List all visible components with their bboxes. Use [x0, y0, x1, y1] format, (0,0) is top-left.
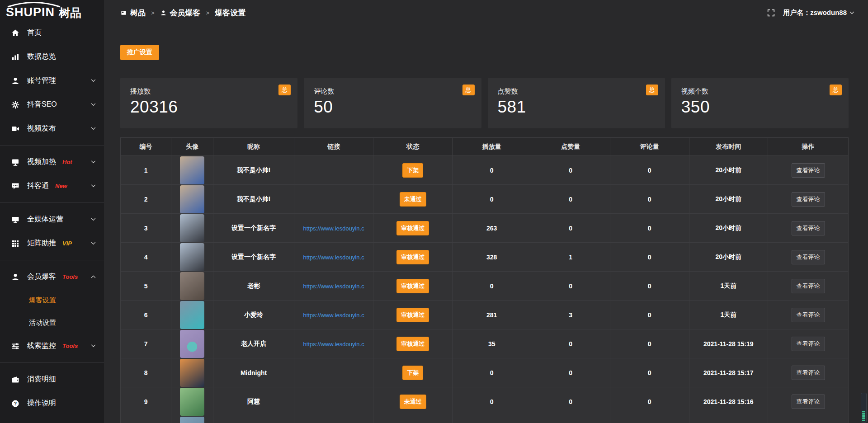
view-comments-button[interactable]: 查看评论 [792, 250, 825, 264]
cell-comments: 0 [610, 358, 689, 387]
sidebar-nav: 首页数据总览账号管理抖音SEO视频发布视频加热Hot抖客通New全媒体运营矩阵助… [0, 20, 104, 415]
cell-plays: 35 [452, 329, 531, 358]
view-comments-button[interactable]: 查看评论 [792, 192, 825, 207]
avatar [180, 388, 204, 416]
sidebar-item-label: 矩阵助推 [27, 239, 56, 248]
logo-text-cn: 树品 [59, 7, 81, 19]
cell-nickname: 我不是小帅! [213, 185, 294, 214]
view-comments-button[interactable]: 查看评论 [792, 279, 825, 293]
cell-status: 审核通过 [373, 329, 453, 358]
breadcrumb-item[interactable]: 树品 [120, 8, 146, 18]
sidebar-item[interactable]: ?操作说明 [0, 391, 104, 415]
sidebar-item[interactable]: 首页 [0, 21, 104, 45]
cell-nickname: 设置一个新名字 [213, 214, 294, 243]
promo-settings-button[interactable]: 推广设置 [120, 45, 159, 60]
cell-comments: 0 [610, 214, 689, 243]
view-comments-button[interactable]: 查看评论 [792, 308, 825, 322]
link-url[interactable]: https://www.iesdouyin.c [303, 225, 364, 232]
cell-avatar [171, 243, 213, 272]
cell-plays: 328 [452, 243, 531, 272]
cell-link: https://www.iesdouyin.c [294, 272, 373, 301]
cell-comments: 0 [610, 301, 689, 329]
sidebar-item[interactable]: 视频发布 [0, 117, 104, 141]
sidebar-item-label: 抖音SEO [27, 100, 57, 109]
cell-comments: 0 [610, 329, 689, 358]
user-icon [11, 76, 20, 85]
chevron-up-icon [91, 275, 96, 278]
stat-card-value: 350 [681, 98, 839, 117]
sidebar-item-label: 全媒体运营 [27, 215, 63, 224]
floating-widget[interactable] [861, 393, 867, 423]
link-url[interactable]: https://www.iesdouyin.c [303, 254, 364, 261]
stat-card-label: 评论数 [314, 87, 471, 96]
cell-action: 查看评论 [768, 243, 849, 272]
wallet-icon [11, 375, 20, 384]
heat-icon [11, 158, 20, 167]
sidebar-item[interactable]: 数据总览 [0, 45, 104, 69]
status-badge: 审核通过 [396, 337, 429, 351]
cell-id: 8 [121, 358, 171, 387]
cell-likes: 1 [531, 243, 610, 272]
sidebar-item-label: 视频发布 [27, 124, 56, 133]
cell-likes: 0 [531, 329, 610, 358]
link-url[interactable]: https://www.iesdouyin.c [303, 312, 364, 319]
stat-card: 视频个数350总 [671, 78, 849, 128]
chevron-down-icon [91, 218, 96, 221]
cell-nickname: 小爱玲 [213, 301, 294, 329]
cell-plays: 0 [452, 156, 531, 185]
table-row: 4设置一个新名字https://www.iesdouyin.c审核通过32810… [121, 243, 849, 272]
sidebar-subitem[interactable]: 爆客设置 [0, 289, 104, 311]
cell-time: 2021-11-28 15:19 [689, 329, 768, 358]
status-badge: 未通过 [400, 395, 426, 409]
sidebar-item[interactable]: 会员爆客Tools [0, 265, 104, 289]
sidebar-item[interactable]: 抖客通New [0, 174, 104, 198]
sidebar-item[interactable]: 全媒体运营 [0, 207, 104, 231]
cell-link [294, 156, 373, 185]
link-url[interactable]: https://www.iesdouyin.c [303, 283, 364, 290]
cell-status: 未通过 [373, 387, 453, 416]
view-comments-button[interactable]: 查看评论 [792, 221, 825, 235]
sidebar-item[interactable]: 抖音SEO [0, 93, 104, 117]
cell-id [121, 416, 171, 423]
cell-time: 20小时前 [689, 214, 768, 243]
view-comments-button[interactable]: 查看评论 [792, 163, 825, 178]
view-comments-button[interactable]: 查看评论 [792, 395, 825, 409]
sidebar-item-label: 首页 [27, 28, 42, 38]
sidebar-item[interactable]: 矩阵助推VIP [0, 231, 104, 255]
sidebar-item[interactable]: 视频加热Hot [0, 150, 104, 174]
total-badge: 总 [646, 85, 658, 95]
breadcrumb-item[interactable]: 会员爆客 [160, 8, 201, 18]
status-badge: 审核通过 [396, 250, 429, 264]
sidebar-item[interactable]: 线索监控Tools [0, 334, 104, 358]
status-badge: 下架 [402, 163, 423, 178]
chat-icon [11, 182, 20, 191]
avatar [180, 272, 204, 300]
user-menu[interactable]: 用户名：zswodun88 [783, 9, 854, 17]
link-url[interactable]: https://www.iesdouyin.c [303, 341, 364, 348]
cell-time: 20小时前 [689, 156, 768, 185]
sidebar-subitem[interactable]: 活动设置 [0, 311, 104, 334]
table-row: 7老人开店https://www.iesdouyin.c审核通过35002021… [121, 329, 849, 358]
breadcrumb-item[interactable]: 爆客设置 [215, 8, 245, 18]
cell-link [294, 185, 373, 214]
avatar [180, 185, 204, 213]
topbar-right: 用户名：zswodun88 [767, 9, 854, 17]
fullscreen-icon[interactable] [767, 9, 775, 17]
cell-nickname: 我不是小帅! [213, 156, 294, 185]
view-comments-button[interactable]: 查看评论 [792, 337, 825, 351]
sidebar-item-label: 操作说明 [27, 399, 56, 408]
cell-avatar [171, 156, 213, 185]
breadcrumb-separator: > [151, 9, 155, 16]
avatar [180, 214, 204, 242]
chevron-down-icon [91, 242, 96, 245]
chevron-down-icon [91, 160, 96, 164]
view-comments-button[interactable]: 查看评论 [792, 366, 825, 380]
column-header: 状态 [373, 138, 453, 156]
avatar [180, 417, 204, 423]
sidebar-item[interactable]: 消费明细 [0, 367, 104, 391]
breadcrumb-label: 会员爆客 [170, 8, 201, 18]
cell-link [294, 387, 373, 416]
cell-nickname: Midnight [213, 358, 294, 387]
status-badge: 未通过 [400, 192, 426, 207]
sidebar-item[interactable]: 账号管理 [0, 69, 104, 93]
